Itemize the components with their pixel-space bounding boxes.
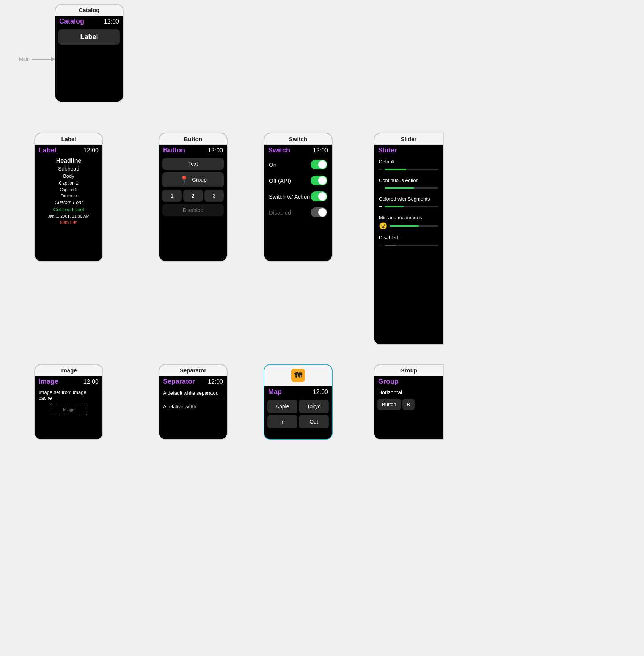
switch-app-title: Switch — [268, 146, 290, 154]
switch-off-api-knob — [318, 176, 327, 185]
slider-continuous-minus[interactable]: − — [379, 185, 382, 191]
button-content: Text 📍 Group 1 2 3 Disabled — [159, 155, 227, 261]
separator-app-title: Separator — [163, 378, 195, 386]
slider-disabled-track-row: − — [379, 242, 438, 249]
map-btn-apple[interactable]: Apple — [267, 400, 297, 413]
separator-time: 12:00 — [208, 378, 223, 385]
slider-frame: Slider Slider Default − Continuous Actio… — [374, 133, 444, 345]
switch-off-api-toggle[interactable] — [311, 176, 327, 185]
slider-continuous-track[interactable] — [385, 187, 438, 189]
map-content: Apple Tokyo In Out — [264, 397, 332, 439]
slider-default-track[interactable] — [385, 169, 438, 170]
image-text1: Image set from image cache — [35, 388, 102, 402]
label-caption2: Caption 2 — [35, 187, 102, 193]
button-screen: Button 12:00 Text 📍 Group 1 2 3 Disabled — [159, 145, 227, 261]
slider-continuous-track-row: − — [379, 185, 438, 191]
map-btn-in[interactable]: In — [267, 415, 297, 428]
button-disabled-btn: Disabled — [162, 204, 224, 216]
group-title-bar: Group — [374, 365, 443, 376]
catalog-title-bar: Catalog — [55, 5, 123, 16]
switch-action-label: Switch w/ Action — [269, 193, 310, 200]
map-btn-out[interactable]: Out — [299, 415, 329, 428]
separator-content: A default white separator. A relative wi… — [159, 386, 227, 439]
map-icon-box: 🗺 — [291, 369, 305, 382]
button-num-1[interactable]: 1 — [162, 190, 182, 202]
label-subhead: Subhead — [35, 165, 102, 173]
slider-disabled-minus: − — [379, 242, 382, 249]
slider-colored-minus[interactable]: − — [379, 203, 382, 210]
switch-row-action: Switch w/ Action — [264, 188, 332, 204]
group-app-title: Group — [378, 378, 399, 386]
button-app-title: Button — [163, 146, 185, 154]
slider-minmax-label: Min and ma images — [379, 215, 438, 220]
separator-status-bar: Separator 12:00 — [159, 376, 227, 386]
slider-minmax-row: Min and ma images 😮 — [374, 212, 443, 232]
separator-screen: Separator 12:00 A default white separato… — [159, 376, 227, 439]
group-btn-button[interactable]: Button — [377, 399, 401, 410]
slider-minmax-track[interactable] — [390, 225, 438, 227]
arrow-line — [32, 59, 55, 60]
slider-minmax-track-row: 😮 — [379, 222, 438, 230]
slider-content: Default − Continuous Action − — [374, 155, 443, 344]
catalog-frame: Catalog Catalog 12:00 Label — [55, 4, 124, 102]
map-grid: Apple Tokyo In Out — [267, 400, 329, 428]
main-arrow-container: Main — [19, 56, 55, 62]
slider-colored-label: Colored with Segments — [379, 196, 438, 202]
switch-screen: Switch 12:00 On Off (API) Switch w/ Acti… — [264, 145, 332, 261]
switch-action-knob — [318, 192, 327, 201]
label-footnote: Footnote — [35, 193, 102, 199]
switch-action-toggle[interactable] — [311, 191, 327, 201]
label-date: Jan 1, 2001, 11:00 AM — [35, 213, 102, 219]
label-caption1: Caption 1 — [35, 180, 102, 187]
group-screen: Group Horizontal Button B — [374, 376, 443, 439]
label-body: Body — [35, 173, 102, 180]
label-title-bar: Label — [35, 133, 102, 145]
button-num-2[interactable]: 2 — [183, 190, 203, 202]
slider-disabled-fill — [385, 245, 395, 246]
image-time: 12:00 — [83, 378, 99, 385]
slider-continuous-row: Continuous Action − — [374, 175, 443, 194]
group-btn-b[interactable]: B — [402, 399, 415, 410]
image-status-bar: Image 12:00 — [35, 376, 102, 386]
switch-disabled-knob — [318, 208, 327, 217]
slider-colored-track-row: − — [379, 203, 438, 210]
separator-frame: Separator Separator 12:00 A default whit… — [159, 364, 228, 440]
map-title-bar: 🗺 — [264, 365, 332, 386]
button-group-btn[interactable]: 📍 Group — [162, 172, 224, 187]
slider-continuous-label: Continuous Action — [379, 177, 438, 183]
image-frame: Image Image 12:00 Image set from image c… — [34, 364, 103, 440]
slider-app-title: Slider — [378, 146, 397, 154]
button-text-btn[interactable]: Text — [162, 158, 224, 170]
switch-disabled-toggle — [311, 207, 327, 217]
slider-colored-row: Colored with Segments − — [374, 194, 443, 212]
map-frame: 🗺 Map 12:00 Apple Tokyo In Out — [264, 364, 333, 440]
map-btn-tokyo[interactable]: Tokyo — [299, 400, 329, 413]
label-frame: Label Label 12:00 Headline Subhead Body … — [34, 133, 103, 262]
button-number-group: 1 2 3 — [162, 190, 224, 202]
group-btn-row: Button B — [377, 399, 440, 410]
catalog-content: Label — [55, 26, 123, 102]
slider-screen: Slider Default − Continuous Action − — [374, 145, 443, 344]
label-content: Headline Subhead Body Caption 1 Caption … — [35, 155, 102, 261]
slider-default-row: Default − — [374, 157, 443, 175]
group-frame: Group Group Horizontal Button B — [374, 364, 444, 440]
label-colored: Colored Label — [35, 206, 102, 213]
separator-text1: A default white separator. — [159, 388, 227, 398]
map-time: 12:00 — [313, 389, 328, 395]
catalog-time: 12:00 — [104, 18, 119, 25]
separator-title-bar: Separator — [159, 365, 227, 376]
button-num-3[interactable]: 3 — [204, 190, 224, 202]
slider-status-bar: Slider — [374, 145, 443, 155]
image-title-bar: Image — [35, 365, 102, 376]
group-status-bar: Group — [374, 376, 443, 386]
slider-minmax-fill — [390, 225, 419, 227]
group-content: Horizontal Button B — [374, 386, 443, 439]
button-group-label: Group — [192, 177, 207, 183]
switch-title-bar: Switch — [264, 133, 332, 145]
switch-on-toggle[interactable] — [311, 160, 327, 169]
slider-default-minus[interactable]: − — [379, 166, 382, 173]
catalog-label-button[interactable]: Label — [58, 29, 120, 45]
slider-colored-track[interactable] — [385, 206, 438, 207]
image-placeholder: Image — [50, 404, 87, 415]
label-timer: 59m 59s — [35, 219, 102, 226]
